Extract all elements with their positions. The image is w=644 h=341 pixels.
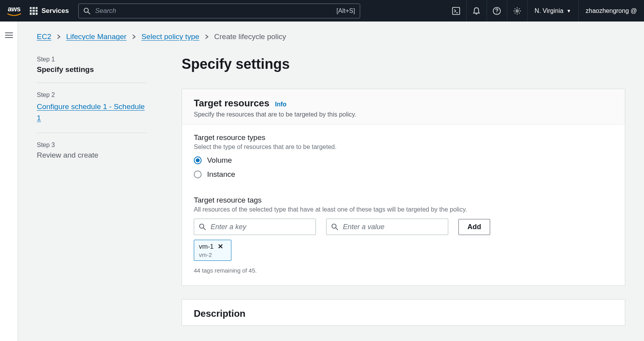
breadcrumb-current: Create lifecycle policy bbox=[214, 32, 286, 41]
step-2: Step 2 Configure schedule 1 - Schedule 1 bbox=[37, 92, 146, 133]
radio-icon bbox=[194, 170, 202, 178]
account-menu[interactable]: zhaozhengrong @ bbox=[578, 0, 644, 22]
radio-option-volume[interactable]: Volume bbox=[194, 156, 613, 165]
tag-chip-key: vm-1 bbox=[199, 243, 214, 251]
radio-icon-selected bbox=[194, 156, 202, 164]
search-icon bbox=[331, 223, 338, 230]
services-menu[interactable]: Services bbox=[41, 7, 69, 15]
panel-target-resources: Target resources Info Specify the resour… bbox=[182, 89, 625, 286]
caret-down-icon: ▼ bbox=[566, 8, 571, 14]
step-title: Specify settings bbox=[37, 65, 146, 74]
chevron-right-icon bbox=[132, 34, 136, 39]
step-label: Step 3 bbox=[37, 142, 146, 149]
help-button[interactable] bbox=[487, 0, 507, 22]
page-title: Specify settings bbox=[182, 56, 625, 72]
step-1: Step 1 Specify settings bbox=[37, 56, 146, 83]
step-3: Step 3 Review and create bbox=[37, 142, 146, 168]
breadcrumb: EC2 Lifecycle Manager Select policy type… bbox=[37, 32, 644, 41]
top-nav: aws Services Search [Alt+S] N. Virginia … bbox=[0, 0, 644, 22]
notifications-button[interactable] bbox=[466, 0, 487, 22]
global-search[interactable]: Search [Alt+S] bbox=[78, 4, 360, 18]
panel-subheading: Specify the resources that are to be tar… bbox=[194, 111, 613, 118]
search-placeholder: Search bbox=[95, 7, 116, 15]
field-label-resource-types: Target resource types bbox=[194, 133, 613, 142]
cloudshell-button[interactable] bbox=[446, 0, 466, 22]
radio-label: Volume bbox=[207, 156, 232, 165]
gear-icon bbox=[513, 7, 521, 15]
step-label: Step 1 bbox=[37, 56, 146, 63]
step-title: Review and create bbox=[37, 151, 146, 160]
svg-point-9 bbox=[332, 224, 336, 228]
search-hotkey: [Alt+S] bbox=[336, 7, 355, 14]
radio-label: Instance bbox=[207, 170, 235, 179]
field-help-resource-types: Select the type of resources that are to… bbox=[194, 144, 613, 151]
aws-smile-icon bbox=[7, 13, 21, 16]
tag-key-input[interactable]: Enter a key bbox=[194, 219, 316, 235]
cloudshell-icon bbox=[452, 7, 460, 15]
breadcrumb-link-ec2[interactable]: EC2 bbox=[37, 32, 51, 41]
tag-value-placeholder: Enter a value bbox=[343, 223, 384, 231]
tag-chip[interactable]: vm-1 ✕ vm-2 bbox=[194, 240, 231, 261]
breadcrumb-link-lifecycle-manager[interactable]: Lifecycle Manager bbox=[66, 32, 126, 41]
add-tag-button[interactable]: Add bbox=[458, 219, 490, 235]
field-label-resource-tags: Target resource tags bbox=[194, 196, 613, 205]
tag-value-input[interactable]: Enter a value bbox=[326, 219, 448, 235]
svg-line-1 bbox=[88, 12, 90, 14]
collapsed-sidebar bbox=[0, 22, 18, 341]
svg-point-7 bbox=[200, 224, 204, 228]
aws-logo[interactable]: aws bbox=[7, 5, 21, 16]
sidebar-toggle[interactable] bbox=[5, 31, 13, 39]
help-icon bbox=[492, 7, 501, 15]
radio-option-instance[interactable]: Instance bbox=[194, 170, 613, 179]
svg-point-5 bbox=[496, 13, 497, 13]
step-label: Step 2 bbox=[37, 92, 146, 99]
chevron-right-icon bbox=[205, 34, 209, 39]
svg-point-6 bbox=[516, 10, 518, 12]
field-help-resource-tags: All resources of the selected type that … bbox=[194, 206, 613, 213]
panel-description: Description bbox=[182, 299, 625, 326]
tag-key-placeholder: Enter a key bbox=[211, 223, 246, 231]
search-icon bbox=[83, 7, 90, 14]
info-link[interactable]: Info bbox=[275, 101, 286, 108]
bell-icon bbox=[472, 7, 481, 15]
region-label: N. Virginia bbox=[535, 7, 564, 14]
remove-tag-icon[interactable]: ✕ bbox=[218, 242, 223, 251]
svg-line-8 bbox=[204, 228, 206, 230]
search-icon bbox=[199, 223, 206, 230]
nav-right-cluster: N. Virginia ▼ zhaozhengrong @ bbox=[446, 0, 644, 22]
panel-heading: Description bbox=[194, 308, 245, 319]
panel-heading: Target resources bbox=[194, 98, 269, 109]
tag-chip-value: vm-2 bbox=[199, 251, 226, 258]
chevron-right-icon bbox=[57, 34, 61, 39]
aws-logo-text: aws bbox=[8, 5, 21, 13]
tags-remaining-text: 44 tags remaining of 45. bbox=[194, 267, 613, 274]
region-selector[interactable]: N. Virginia ▼ bbox=[527, 0, 578, 22]
services-grid-icon[interactable] bbox=[30, 7, 38, 15]
svg-line-10 bbox=[336, 228, 338, 230]
settings-button[interactable] bbox=[507, 0, 527, 22]
account-label: zhaozhengrong @ bbox=[586, 7, 637, 14]
svg-point-0 bbox=[84, 8, 88, 12]
wizard-steps: Step 1 Specify settings Step 2 Configure… bbox=[37, 56, 146, 339]
breadcrumb-link-select-policy-type[interactable]: Select policy type bbox=[141, 32, 199, 41]
step-title-link[interactable]: Configure schedule 1 - Schedule 1 bbox=[37, 101, 146, 124]
